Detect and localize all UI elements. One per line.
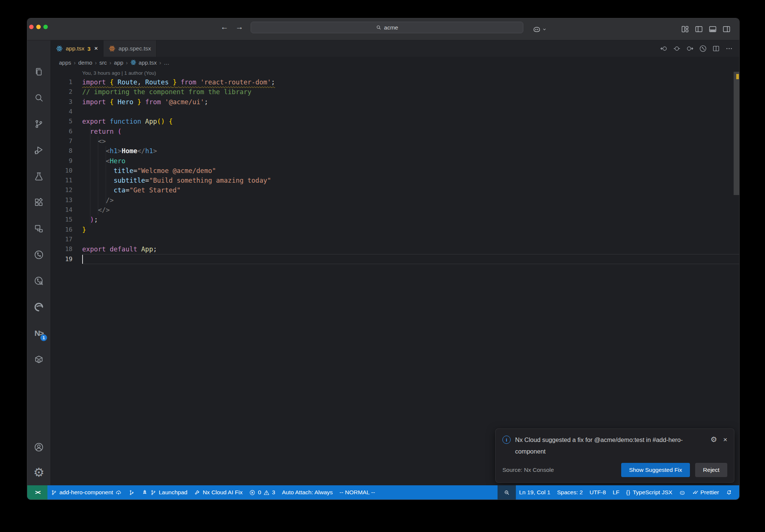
split-editor-button[interactable] <box>712 44 720 53</box>
status-eol[interactable]: LF <box>609 485 623 499</box>
notification-settings-gear-icon[interactable]: ⚙ <box>710 436 717 443</box>
extensions-icon <box>34 197 44 208</box>
code-line[interactable]: 1import { Route, Routes } from 'react-ro… <box>51 77 739 87</box>
code-line[interactable]: 10 title="Welcmoe @acme/demo" <box>51 166 739 176</box>
activity-bar-gitlens-inspect[interactable] <box>30 272 47 290</box>
code-line[interactable]: 3import { Hero } from '@acme/ui'; <box>51 97 739 107</box>
activity-bar-source-control-graph[interactable] <box>30 246 47 263</box>
code-text: </> <box>82 205 739 215</box>
code-line[interactable]: 9 <Hero <box>51 156 739 166</box>
status-indentation[interactable]: Spaces: 2 <box>554 485 586 499</box>
status-auto-attach-item[interactable]: Auto Attach: Always <box>279 485 336 499</box>
code-line[interactable]: 7 <> <box>51 136 739 146</box>
notification-close-icon[interactable]: × <box>723 436 727 443</box>
status-nx-cloud-ai-fix-item[interactable]: Nx Cloud AI Fix <box>191 485 246 499</box>
tab-app-spec-tsx[interactable]: app.spec.tsx <box>103 40 157 57</box>
activity-bar-extensions[interactable] <box>30 194 47 211</box>
status-remote-indicator[interactable]: >< <box>27 485 47 499</box>
zoom-window-button[interactable] <box>43 25 48 29</box>
breadcrumb-item[interactable]: app <box>114 59 123 66</box>
go-forward-button[interactable] <box>686 44 694 53</box>
go-back-button[interactable] <box>660 44 668 53</box>
activity-bar-settings[interactable]: ⚙ <box>30 464 47 481</box>
code-editor[interactable]: You, 3 hours ago | 1 author (You) 1impor… <box>51 68 739 485</box>
window-controls <box>29 25 48 29</box>
status-launchpad-item[interactable]: Launchpad <box>138 485 191 499</box>
status-encoding[interactable]: UTF-8 <box>586 485 609 499</box>
activity-bar-nx-console[interactable]: N>1 <box>30 325 47 342</box>
status-vim-mode-item[interactable]: -- NORMAL -- <box>336 485 378 499</box>
code-line[interactable]: 2// importing the component from the lib… <box>51 87 739 97</box>
toggle-primary-sidebar-button[interactable] <box>694 25 703 34</box>
status-notifications-bell[interactable] <box>722 485 735 499</box>
minimize-window-button[interactable] <box>36 25 41 29</box>
chevron-down-icon <box>542 27 547 32</box>
edge-icon <box>34 302 44 312</box>
status-formatter[interactable]: ✓✓Prettier <box>689 485 722 499</box>
code-line[interactable]: 14 </> <box>51 205 739 215</box>
status-label: UTF-8 <box>589 489 606 496</box>
code-line[interactable]: 12 cta="Get Started" <box>51 185 739 195</box>
status-language-mode[interactable]: {}TypeScript JSX <box>623 485 676 499</box>
editor-scrollbar[interactable] <box>734 72 739 195</box>
code-text: // importing the component from the libr… <box>82 87 739 97</box>
reject-button[interactable]: Reject <box>695 463 727 477</box>
tab-bar: app.tsx3× app.spec.tsx <box>51 40 739 57</box>
breadcrumb-item[interactable]: … <box>164 59 169 66</box>
tab-close-icon[interactable]: × <box>94 45 98 52</box>
current-line-highlight <box>82 254 739 264</box>
line-number: 5 <box>51 117 82 126</box>
breadcrumb-item[interactable]: apps <box>59 59 71 66</box>
breadcrumb-item[interactable]: demo <box>78 59 93 66</box>
status-label: Spaces: 2 <box>557 489 583 496</box>
activity-bar-edge-devtools[interactable] <box>30 299 47 316</box>
activity-bar-references-hierarchy[interactable] <box>30 220 47 237</box>
code-line[interactable]: 16} <box>51 225 739 235</box>
activity-bar-accounts[interactable] <box>30 439 47 456</box>
code-line[interactable]: 8 <h1>Home</h1> <box>51 146 739 156</box>
activity-bar-source-control[interactable] <box>30 115 47 133</box>
toggle-secondary-sidebar-button[interactable] <box>722 25 731 34</box>
code-line[interactable]: 5export function App() { <box>51 117 739 126</box>
breadcrumb-item[interactable]: src <box>99 59 107 66</box>
code-line[interactable]: 11 subtitle="Build something amazing tod… <box>51 176 739 185</box>
warning-icon <box>263 489 270 496</box>
text-cursor <box>82 255 83 264</box>
customize-layout-button[interactable] <box>681 25 690 34</box>
code-line[interactable]: 17 <box>51 235 739 244</box>
code-line[interactable]: 13 /> <box>51 195 739 205</box>
more-actions-button[interactable] <box>725 44 733 53</box>
activity-bar-search[interactable] <box>30 89 47 106</box>
breadcrumb-item[interactable]: app.tsx <box>130 59 157 66</box>
show-suggested-fix-button[interactable]: Show Suggested Fix <box>621 463 690 477</box>
status-problems-item[interactable]: 03 <box>246 485 278 499</box>
status-zoom-indicator[interactable] <box>498 485 516 499</box>
activity-bar-run-and-debug[interactable] <box>30 142 47 159</box>
code-line[interactable]: 15 ); <box>51 215 739 225</box>
command-center-search[interactable]: acme <box>251 22 523 33</box>
tab-app-tsx[interactable]: app.tsx3× <box>51 40 103 57</box>
navigate-back-button[interactable]: ← <box>219 21 230 33</box>
status-label: Launchpad <box>159 489 188 496</box>
activity-bar-containers[interactable] <box>30 351 47 368</box>
source-control-graph-button[interactable] <box>699 44 707 53</box>
cloud-upload-icon <box>115 489 122 496</box>
activity-bar-explorer[interactable] <box>30 63 47 80</box>
navigate-forward-button[interactable]: → <box>234 21 245 33</box>
status-cursor-position[interactable]: Ln 19, Col 1 <box>516 485 554 499</box>
breadcrumb-separator: › <box>74 59 76 66</box>
close-window-button[interactable] <box>29 25 34 29</box>
current-position-button[interactable] <box>673 44 681 53</box>
status-source-control-graph-item[interactable] <box>125 485 138 499</box>
status-copilot-status[interactable] <box>676 485 689 499</box>
copilot-menu-button[interactable] <box>532 25 547 34</box>
toggle-panel-button[interactable] <box>708 25 717 34</box>
beaker-icon <box>34 171 44 182</box>
code-line[interactable]: 6 return ( <box>51 127 739 136</box>
code-text: <h1>Home</h1> <box>82 146 739 156</box>
status-git-branch-item[interactable]: add-hero-component <box>47 485 125 499</box>
code-text: import { Hero } from '@acme/ui'; <box>82 97 739 107</box>
code-line[interactable]: 4 <box>51 107 739 117</box>
activity-bar-testing[interactable] <box>30 168 47 185</box>
code-line[interactable]: 18export default App; <box>51 244 739 254</box>
